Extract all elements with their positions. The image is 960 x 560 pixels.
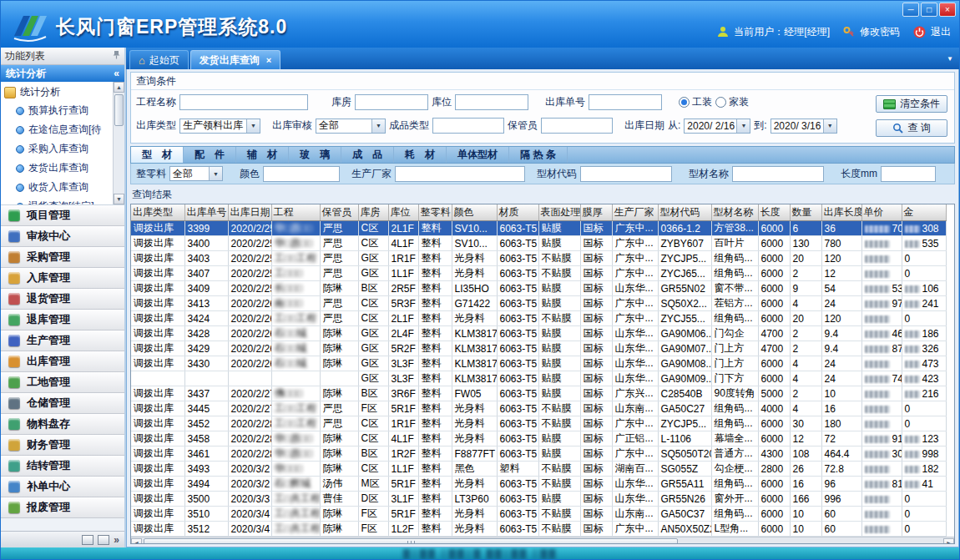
table-row[interactable]: 调拨出库35122020/3/4工□共工程陈琳F区1L2F整料光身料6063-T… [131, 522, 946, 537]
column-header[interactable]: 型材代码 [658, 204, 711, 221]
sidebar-menu-item[interactable]: 物料盘存 [1, 414, 124, 435]
audit-select[interactable]: 全部▼ [316, 119, 386, 134]
name-input[interactable] [732, 166, 824, 182]
radio-gongzhuang[interactable]: 工装 [679, 95, 712, 109]
tree-item[interactable]: 退货查询[待定] [1, 197, 124, 205]
sidebar-menu-item[interactable]: 生产管理 [1, 330, 124, 351]
table-row[interactable]: 调拨出库34002020/2/25华□原□□严思C区4L1F整料SV10...6… [131, 236, 946, 251]
material-tab[interactable]: 型 材 [131, 147, 184, 163]
factory-input[interactable] [395, 166, 525, 182]
close-button[interactable]: × [939, 3, 956, 17]
column-header[interactable]: 出库长度 [821, 204, 861, 221]
table-row[interactable]: 调拨出库34372020/2/27佛□□□陈琳B区3R6F整料FW056063-… [131, 386, 946, 401]
minimize-button[interactable]: ─ [902, 3, 919, 17]
chevrons-icon[interactable]: » [114, 534, 119, 546]
table-row[interactable]: 调拨出库33992020/2/25华□原□□严思C区2L1F整料SV10...6… [131, 221, 946, 236]
table-row[interactable]: 调拨出库34302020/2/26石□□城陈琳G区3L3F整料KLM381760… [131, 356, 946, 371]
material-tab[interactable]: 成 品 [341, 147, 394, 163]
column-header[interactable]: 材质 [497, 204, 538, 221]
column-header[interactable]: 型材名称 [711, 204, 758, 221]
scroll-right-icon[interactable]: ► [943, 538, 954, 545]
table-row[interactable]: 调拨出库34242020/2/26工□□工程严思C区2L1F整料光身料6063-… [131, 311, 946, 326]
scroll-down-icon[interactable]: ▼ [114, 194, 124, 204]
maximize-button[interactable]: □ [921, 3, 937, 17]
column-header[interactable]: 出库单号 [184, 204, 228, 221]
project-name-input[interactable] [179, 94, 308, 110]
to-date-select[interactable]: 2020/ 3/16▼ [771, 119, 837, 134]
search-button[interactable]: 查 询 [876, 119, 947, 137]
warehouse-input[interactable] [355, 94, 428, 110]
change-password-button[interactable]: 修改密码 [860, 25, 900, 39]
sidebar-menu-item[interactable]: 报废管理 [1, 497, 124, 518]
sidebar-menu-item[interactable]: 采购管理 [1, 247, 124, 268]
table-row[interactable]: G区3L3F整料KLM38176063-T5贴膜国标山东华...GA90M09.… [131, 371, 946, 386]
table-row[interactable]: 调拨出库35102020/3/4工□共工程陈琳F区5R1F整料光身料6063-T… [131, 507, 946, 522]
material-tab[interactable]: 耗 材 [394, 147, 447, 163]
table-row[interactable]: 调拨出库34072020/2/25工□□□严思G区1L1F整料光身料6063-T… [131, 266, 946, 281]
order-no-input[interactable] [589, 94, 662, 110]
sidebar-menu-item[interactable]: 项目管理 [1, 205, 124, 226]
table-row[interactable]: 调拨出库34132020/2/26南□□□严思C区5R3F整料G71422606… [131, 296, 946, 311]
scroll-left-icon[interactable]: ◄ [131, 538, 142, 545]
column-header[interactable]: 表面处理 [538, 204, 580, 221]
sidebar-menu-item[interactable]: 退库管理 [1, 310, 124, 330]
collapse-icon[interactable]: « [114, 68, 119, 79]
column-header[interactable]: 出库类型 [131, 204, 184, 221]
tab-outbound-query[interactable]: 发货出库查询 × [190, 50, 280, 69]
horizontal-scrollbar[interactable]: ◄ ► [131, 537, 954, 544]
column-header[interactable]: 库房 [358, 204, 388, 221]
table-row[interactable]: 调拨出库34282020/2/26石□□城陈琳G区2L4F整料KLM381760… [131, 326, 946, 341]
sidebar-menu-item[interactable]: 工地管理 [1, 372, 124, 393]
table-row[interactable]: 调拨出库35002020/3/3工□共工程曹佳D区3L1F整料LT3P60606… [131, 492, 946, 507]
computer-icon[interactable] [98, 535, 109, 545]
sidebar-menu-item[interactable]: 结转管理 [1, 456, 124, 477]
tab-home[interactable]: ⌂ 起始页 [129, 50, 189, 69]
code-input[interactable] [580, 166, 672, 182]
scroll-up-icon[interactable]: ▲ [114, 82, 124, 93]
tree-item[interactable]: 发货出库查询 [1, 159, 124, 178]
column-header[interactable]: 生产厂家 [612, 204, 658, 221]
column-header[interactable]: 颜色 [452, 204, 497, 221]
tree-item[interactable]: 采购入库查询 [1, 139, 124, 159]
sidebar-menu-item[interactable]: 财务管理 [1, 435, 124, 456]
tab-list-dropdown-icon[interactable]: ▼ [947, 55, 953, 63]
column-header[interactable]: 整零料 [418, 204, 452, 221]
column-header[interactable]: 工程 [271, 204, 320, 221]
outbound-type-select[interactable]: 生产领料出库▼ [179, 119, 260, 134]
material-tab[interactable]: 玻 璃 [289, 147, 341, 163]
from-date-select[interactable]: 2020/ 2/16▼ [684, 119, 750, 134]
table-row[interactable]: 调拨出库34582020/2/28华□原□□陈琳C区4L1F整料光身料6063-… [131, 431, 946, 446]
table-row[interactable]: 调拨出库34522020/2/28工□□工程严思C区1R1F整料光身料6063-… [131, 416, 946, 431]
material-tab[interactable]: 隔 热 条 [509, 147, 568, 163]
color-input[interactable] [263, 166, 340, 182]
length-input[interactable] [881, 166, 936, 182]
column-header[interactable]: 出库日期 [228, 204, 271, 221]
tree-scrollbar[interactable]: ▲ ▼ [113, 82, 124, 204]
sidebar-menu-item[interactable]: 出库管理 [1, 351, 124, 372]
pin-icon[interactable] [113, 50, 120, 62]
table-row[interactable]: 调拨出库34932020/3/2华□□□陈琳C区1L1F整料黑色塑料不贴膜国标湖… [131, 462, 946, 477]
table-row[interactable]: 调拨出库34292020/2/26石□□城陈琳G区5R2F整料KLM381760… [131, 341, 946, 356]
logout-button[interactable]: 退出 [931, 25, 951, 39]
sidebar-menu-item[interactable]: 补单中心 [1, 477, 124, 497]
column-header[interactable]: 长度 [758, 204, 790, 221]
column-header[interactable]: 金 [902, 204, 946, 221]
column-header[interactable]: 保管员 [320, 204, 358, 221]
table-row[interactable]: 调拨出库34092020/2/25长□□□陈琳B区2R5F整料LI35HO606… [131, 281, 946, 296]
zhengling-select[interactable]: 全部▼ [169, 166, 223, 181]
column-header[interactable]: 数量 [790, 204, 821, 221]
table-row[interactable]: 调拨出库34612020/2/28华□原□□陈琳B区1R2F整料F8877FT6… [131, 446, 946, 462]
product-type-input[interactable] [432, 118, 504, 134]
column-header[interactable]: 单价 [861, 204, 902, 221]
tree-item[interactable]: 收货入库查询 [1, 178, 124, 197]
material-tab[interactable]: 辅 材 [236, 147, 289, 163]
table-row[interactable]: 调拨出库34032020/2/25工□□工程严思G区1R1F整料光身料6063-… [131, 251, 946, 266]
radio-jiazhuang[interactable]: 家装 [715, 95, 749, 109]
location-input[interactable] [455, 94, 528, 110]
tree-item[interactable]: 在途信息查询[待 [1, 120, 124, 139]
tree-scroll-thumb[interactable] [114, 94, 124, 126]
sidebar-menu-item[interactable]: 审核中心 [1, 226, 124, 247]
tab-close-icon[interactable]: × [266, 55, 271, 65]
table-row[interactable]: 调拨出库34452020/2/27工□□工程严思F区5R1F整料光身料6063-… [131, 401, 946, 416]
tree-root-item[interactable]: 统计分析 [1, 83, 124, 101]
